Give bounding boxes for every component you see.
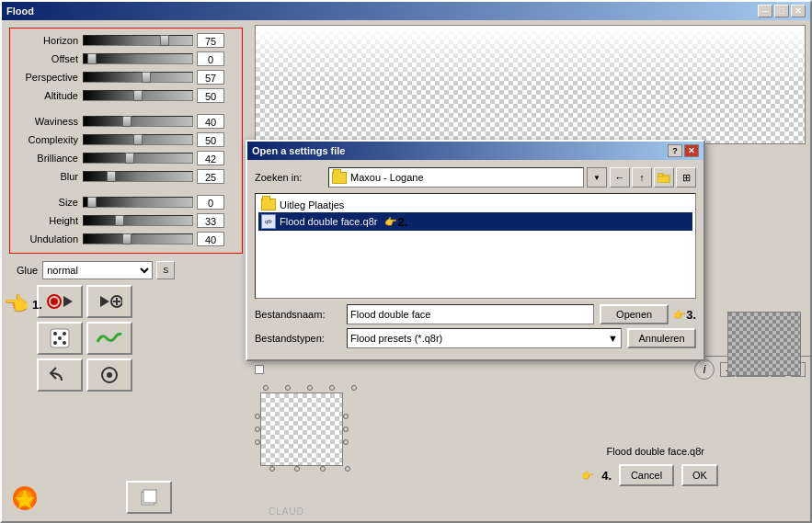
watermark: CLAUD [269, 506, 304, 517]
wave-button[interactable] [86, 322, 132, 355]
folder-name-uitleg: Uitleg Plaatjes [280, 199, 344, 210]
view-toggle-button[interactable]: ⊞ [676, 167, 696, 188]
horizon-slider[interactable] [83, 35, 193, 46]
svg-point-9 [63, 332, 66, 335]
undulation-thumb[interactable] [122, 233, 132, 244]
height-slider[interactable] [83, 215, 193, 226]
title-bar-buttons: ─ □ ✕ [758, 5, 806, 17]
svg-point-14 [107, 372, 112, 378]
step1-hand-icon: 👉 [5, 292, 29, 316]
dot [343, 439, 349, 445]
dot [351, 385, 357, 391]
bottom-right-panel: Flood double face.q8r 👉 4. Cancel OK [374, 385, 723, 486]
preview-small [260, 392, 343, 466]
play-record-button[interactable] [37, 285, 83, 318]
size-value: 0 [197, 195, 224, 210]
complexity-thumb[interactable] [133, 134, 143, 145]
dialog-close-button[interactable]: ✕ [684, 144, 699, 157]
location-dropdown[interactable]: ▼ [587, 167, 607, 188]
dot [307, 385, 313, 391]
svg-marker-2 [63, 296, 73, 307]
perspective-slider[interactable] [83, 72, 193, 83]
waviness-label: Waviness [14, 116, 83, 127]
glue-row: Glue normal multiply screen S [9, 261, 243, 279]
offset-thumb[interactable] [87, 53, 97, 64]
dialog-help-button[interactable]: ? [668, 144, 682, 157]
svg-rect-21 [658, 174, 663, 176]
perspective-value: 57 [197, 70, 224, 85]
preview-top [255, 25, 806, 144]
file-item-flood[interactable]: q8r Flood double face.q8r 👉 2. [258, 212, 692, 231]
brilliance-label: Brilliance [14, 153, 83, 164]
undulation-slider[interactable] [83, 233, 193, 244]
horizon-thumb[interactable] [160, 35, 169, 46]
height-thumb[interactable] [115, 215, 124, 226]
perspective-thumb[interactable] [142, 72, 151, 83]
bottom-left-icon [11, 484, 39, 514]
filename-input[interactable] [347, 304, 594, 324]
file-list-area[interactable]: Uitleg Plaatjes q8r Flood double face.q8… [255, 193, 696, 299]
dice-button[interactable] [37, 322, 83, 355]
altitude-label: Altitude [14, 90, 83, 101]
step4-label: 4. [601, 469, 612, 483]
svg-point-12 [58, 336, 62, 340]
filetype-value: Flood presets (*.q8r) [350, 333, 442, 344]
cancel-button-dialog[interactable]: Annuleren [627, 328, 696, 348]
altitude-thumb[interactable] [133, 90, 143, 101]
close-button[interactable]: ✕ [791, 5, 806, 17]
new-folder-button[interactable] [654, 167, 674, 188]
step2-hand-icon: 👉 [384, 216, 397, 228]
nav-back-button[interactable]: ← [610, 167, 630, 188]
slider-row-horizon: Horizon 75 [14, 32, 238, 49]
undulation-label: Undulation [14, 233, 83, 244]
svg-point-10 [53, 341, 57, 345]
waviness-slider[interactable] [83, 116, 193, 127]
open-button[interactable]: Openen [600, 304, 669, 324]
preview-thumb [727, 312, 801, 376]
maximize-button[interactable]: □ [774, 5, 789, 17]
horizon-value: 75 [197, 33, 224, 48]
blur-slider[interactable] [83, 171, 193, 182]
nav-up-button[interactable]: ↑ [632, 167, 652, 188]
size-thumb[interactable] [87, 197, 97, 208]
size-slider[interactable] [83, 197, 193, 208]
step3-hand-icon: 👉 [673, 309, 686, 321]
right-dots [343, 414, 349, 445]
offset-label: Offset [14, 53, 83, 64]
altitude-slider[interactable] [83, 90, 193, 101]
minimize-button[interactable]: ─ [758, 5, 772, 17]
copy-button[interactable] [126, 481, 172, 514]
undo-button[interactable] [37, 358, 83, 392]
info-button[interactable]: i [694, 359, 715, 380]
bottom-filename: Flood double face.q8r [607, 446, 704, 457]
blur-value: 25 [197, 169, 224, 184]
file-icon-flood: q8r [261, 214, 276, 229]
brilliance-slider[interactable] [83, 153, 193, 164]
dot [343, 426, 349, 432]
size-label: Size [14, 197, 83, 208]
step1-label: 1. [32, 298, 42, 312]
file-name-flood: Flood double face.q8r [280, 216, 377, 227]
folder-item-uitleg[interactable]: Uitleg Plaatjes [258, 197, 692, 212]
filetype-select[interactable]: Flood presets (*.q8r) ▼ [347, 328, 622, 348]
location-select[interactable]: Maxou - Logane [328, 167, 584, 188]
brilliance-thumb[interactable] [125, 153, 134, 164]
slider-row-undulation: Undulation 40 [14, 231, 238, 247]
play-open-button[interactable] [86, 285, 132, 318]
horizon-label: Horizon [14, 35, 83, 46]
main-cancel-button[interactable]: Cancel [619, 464, 674, 486]
undulation-value: 40 [197, 232, 224, 246]
location-bar: Maxou - Logane ▼ ← ↑ [328, 167, 696, 188]
dialog-toolbar: ← ↑ ⊞ [610, 167, 696, 188]
complexity-label: Complexity [14, 134, 83, 145]
preview-small-wrapper [255, 385, 365, 472]
main-ok-button[interactable]: OK [681, 464, 718, 486]
blur-thumb[interactable] [107, 171, 116, 182]
waviness-thumb[interactable] [122, 116, 132, 127]
offset-slider[interactable] [83, 53, 193, 64]
circle-button[interactable] [86, 358, 132, 392]
glue-select[interactable]: normal multiply screen [42, 261, 153, 279]
glue-settings-button[interactable]: S [156, 261, 175, 279]
complexity-slider[interactable] [83, 134, 193, 145]
altitude-value: 50 [197, 88, 224, 103]
